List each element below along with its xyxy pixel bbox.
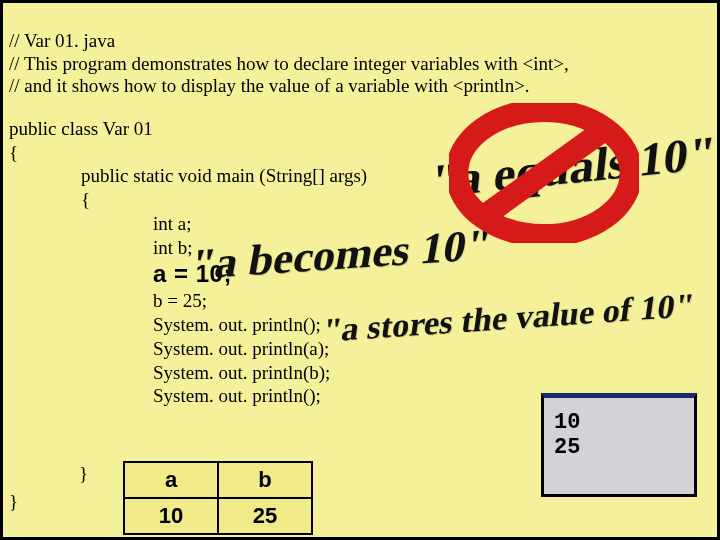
code-line: b = 25; <box>153 290 207 311</box>
comment-line: // Var 01. java <box>9 30 115 51</box>
code-line: } <box>9 491 18 513</box>
slide: // Var 01. java // This program demonstr… <box>2 2 718 538</box>
memory-table: a b 10 25 <box>123 461 313 535</box>
code-line: int b; <box>153 237 193 258</box>
code-line: System. out. println(); <box>153 314 321 335</box>
code-line: } <box>79 463 88 485</box>
code-line: System. out. println(a); <box>153 338 329 359</box>
output-line: 25 <box>554 435 580 460</box>
svg-point-0 <box>457 111 631 236</box>
mem-value-b: 25 <box>218 498 312 534</box>
code-block: public class Var 01 { public static void… <box>9 93 367 408</box>
output-console: 10 25 <box>541 393 697 497</box>
mem-header-a: a <box>124 462 218 498</box>
wordart-equals: "a equals 10" <box>428 125 719 209</box>
code-line: System. out. println(b); <box>153 362 330 383</box>
code-line: System. out. println(); <box>153 385 321 406</box>
mem-header-b: b <box>218 462 312 498</box>
code-line: { <box>81 189 90 210</box>
table-row: 10 25 <box>124 498 312 534</box>
table-row: a b <box>124 462 312 498</box>
code-line: public class Var 01 <box>9 118 153 139</box>
wordart-stores: "a stores the value of 10" <box>320 286 697 349</box>
svg-line-1 <box>483 129 604 216</box>
code-line: int a; <box>153 213 192 234</box>
comment-line: // This program demonstrates how to decl… <box>9 53 569 74</box>
code-line: { <box>9 142 18 163</box>
prohibition-icon <box>449 103 639 243</box>
mem-value-a: 10 <box>124 498 218 534</box>
highlighted-assignment: a = 10; <box>153 260 232 287</box>
output-line: 10 <box>554 410 580 435</box>
code-comments: // Var 01. java // This program demonstr… <box>9 7 569 98</box>
code-line: public static void main (String[] args) <box>81 165 367 186</box>
